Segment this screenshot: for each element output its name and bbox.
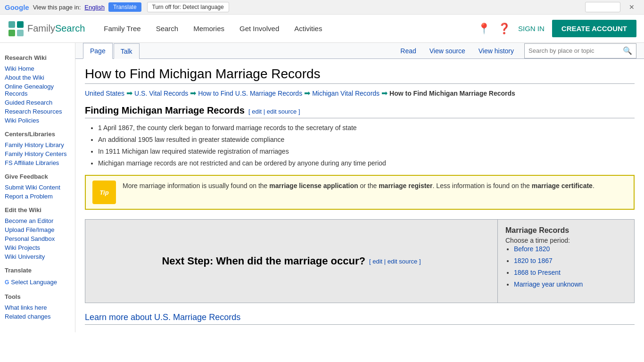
period-item-unknown: Marriage year unknown bbox=[514, 280, 627, 289]
breadcrumb-us-vital-records[interactable]: U.S. Vital Records bbox=[134, 90, 188, 97]
search-button[interactable]: 🔍 bbox=[619, 44, 636, 58]
sidebar-section-translate: Translate bbox=[5, 267, 70, 274]
main-content: Page Talk Read View source View history … bbox=[75, 43, 644, 332]
svg-rect-2 bbox=[8, 30, 15, 36]
bullet-item-3: In 1911 Michigan law required statewide … bbox=[98, 147, 635, 156]
logo-area: FamilySearch bbox=[8, 20, 85, 37]
next-step-edit-links: [ edit | edit source ] bbox=[369, 258, 421, 265]
sidebar-item-wiki-home[interactable]: Wiki Home bbox=[5, 64, 70, 73]
logo-text: FamilySearch bbox=[27, 23, 85, 34]
search-input[interactable] bbox=[525, 45, 619, 57]
breadcrumb-current: How to Find Michigan Marriage Records bbox=[389, 90, 515, 97]
choose-period: Choose a time period: bbox=[505, 237, 627, 244]
marriage-records-title: Marriage Records bbox=[505, 226, 627, 235]
translate-widget: G Select Language bbox=[5, 277, 70, 288]
breadcrumb: United States ➡ U.S. Vital Records ➡ How… bbox=[85, 89, 635, 98]
sidebar-item-wiki-university[interactable]: Wiki University bbox=[5, 252, 70, 261]
sidebar-section-research-wiki: Research Wiki bbox=[5, 54, 70, 61]
sidebar-item-submit-wiki[interactable]: Submit Wiki Content bbox=[5, 183, 70, 192]
sidebar-item-report-problem[interactable]: Report a Problem bbox=[5, 192, 70, 201]
tip-text-middle: or the bbox=[358, 182, 379, 189]
sidebar-item-about-wiki[interactable]: About the Wiki bbox=[5, 73, 70, 82]
search-box: 🔍 bbox=[524, 43, 636, 58]
learn-more-link[interactable]: Learn more about U.S. Marriage Records bbox=[85, 313, 635, 322]
sidebar-item-personal-sandbox[interactable]: Personal Sandbox bbox=[5, 234, 70, 243]
next-step-container: Next Step: When did the marriage occur? … bbox=[85, 219, 635, 303]
tab-talk[interactable]: Talk bbox=[114, 43, 140, 59]
help-icon[interactable]: ❓ bbox=[498, 23, 511, 35]
section1-edit-links: [ edit | edit source ] bbox=[248, 108, 300, 115]
google-logo: Google bbox=[5, 3, 29, 11]
sidebar-item-fs-affiliate[interactable]: FS Affiliate Libraries bbox=[5, 158, 70, 167]
period-link-1820-1867[interactable]: 1820 to 1867 bbox=[514, 257, 553, 264]
tab-read[interactable]: Read bbox=[394, 43, 422, 58]
turnoff-button[interactable]: Turn off for: Detect language bbox=[147, 2, 229, 12]
bullet-item-1: 1 April 1867, the county clerk began to … bbox=[98, 123, 635, 133]
sidebar-item-guided-research[interactable]: Guided Research bbox=[5, 98, 70, 107]
section1-heading: Finding Michigan Marriage Records [ edit… bbox=[85, 105, 635, 118]
svg-rect-3 bbox=[17, 30, 24, 36]
tip-bold-certificate: marriage certificate bbox=[532, 182, 593, 189]
sidebar-item-upload-file[interactable]: Upload File/Image bbox=[5, 225, 70, 234]
breadcrumb-united-states[interactable]: United States bbox=[85, 90, 124, 97]
next-step-edit-source-link[interactable]: edit source bbox=[388, 258, 418, 265]
tip-bold-license: marriage license application bbox=[269, 182, 358, 189]
next-step-edit-link[interactable]: edit bbox=[372, 258, 382, 265]
nav-search[interactable]: Search bbox=[149, 15, 186, 42]
tip-bold-register: marriage register bbox=[379, 182, 432, 189]
next-step-right: Marriage Records Choose a time period: B… bbox=[497, 220, 634, 303]
period-link-unknown[interactable]: Marriage year unknown bbox=[514, 280, 583, 288]
main-nav: FamilySearch Family Tree Search Memories… bbox=[0, 15, 644, 43]
article-title: How to Find Michigan Marriage Records bbox=[85, 66, 635, 84]
sidebar-section-feedback: Give Feedback bbox=[5, 173, 70, 180]
sidebar-item-related-changes[interactable]: Related changes bbox=[5, 312, 70, 321]
breadcrumb-arrow-2: ➡ bbox=[190, 89, 196, 98]
tab-view-history[interactable]: View history bbox=[472, 43, 520, 58]
nav-family-tree[interactable]: Family Tree bbox=[96, 15, 148, 42]
tab-actions: Read View source View history 🔍 bbox=[394, 43, 636, 58]
content-wrapper: Research Wiki Wiki Home About the Wiki O… bbox=[0, 43, 644, 332]
sidebar-item-online-genealogy[interactable]: Online Genealogy Records bbox=[5, 82, 70, 98]
language-link[interactable]: English bbox=[84, 4, 105, 11]
learn-more-divider bbox=[85, 324, 635, 325]
bullet-item-2: An additional 1905 law resulted in great… bbox=[98, 135, 635, 145]
svg-rect-1 bbox=[17, 21, 24, 28]
nav-get-involved[interactable]: Get Involved bbox=[232, 15, 287, 42]
sidebar-item-wiki-policies[interactable]: Wiki Policies bbox=[5, 116, 70, 125]
tip-text-before: More marriage information is usually fou… bbox=[123, 182, 269, 189]
tip-icon: Tip bbox=[92, 181, 116, 204]
page-tabs: Page Talk Read View source View history … bbox=[75, 43, 644, 59]
sign-in-button[interactable]: SIGN IN bbox=[518, 25, 545, 33]
nav-links: Family Tree Search Memories Get Involved… bbox=[96, 15, 330, 42]
sidebar-section-tools: Tools bbox=[5, 293, 70, 300]
translate-bar: Google View this page in: English Transl… bbox=[0, 0, 644, 15]
sidebar-item-what-links-here[interactable]: What links here bbox=[5, 303, 70, 312]
breadcrumb-arrow-3: ➡ bbox=[304, 89, 310, 98]
section1-edit-source-link[interactable]: edit source bbox=[267, 108, 297, 115]
period-link-before-1820[interactable]: Before 1820 bbox=[514, 245, 550, 253]
create-account-button[interactable]: CREATE ACCOUNT bbox=[552, 20, 636, 37]
period-link-1868-present[interactable]: 1868 to Present bbox=[514, 269, 561, 276]
nav-activities[interactable]: Activities bbox=[287, 15, 330, 42]
next-step-label: Next Step: When did the marriage occur? bbox=[162, 255, 365, 267]
sidebar-item-research-resources[interactable]: Research Resources bbox=[5, 107, 70, 116]
sidebar-item-become-editor[interactable]: Become an Editor bbox=[5, 216, 70, 225]
translate-label: View this page in: bbox=[33, 4, 81, 11]
close-button[interactable]: ✕ bbox=[624, 2, 639, 12]
sidebar-section-edit-wiki: Edit the Wiki bbox=[5, 206, 70, 214]
svg-rect-0 bbox=[8, 21, 15, 28]
location-icon[interactable]: 📍 bbox=[478, 23, 490, 35]
options-button[interactable]: Options ▼ bbox=[585, 2, 620, 12]
sidebar-item-family-history-library[interactable]: Family History Library bbox=[5, 140, 70, 149]
google-translate-logo: G bbox=[5, 279, 9, 286]
breadcrumb-us-marriage-records[interactable]: How to Find U.S. Marriage Records bbox=[198, 90, 302, 97]
sidebar-item-wiki-projects[interactable]: Wiki Projects bbox=[5, 243, 70, 252]
sidebar-item-family-history-centers[interactable]: Family History Centers bbox=[5, 149, 70, 158]
tab-page[interactable]: Page bbox=[83, 43, 113, 59]
section1-edit-link[interactable]: edit bbox=[252, 108, 262, 115]
select-language-link[interactable]: Select Language bbox=[11, 278, 57, 287]
tab-view-source[interactable]: View source bbox=[423, 43, 472, 58]
translate-button[interactable]: Translate bbox=[108, 2, 141, 12]
breadcrumb-michigan-vital-records[interactable]: Michigan Vital Records bbox=[312, 90, 380, 97]
nav-memories[interactable]: Memories bbox=[186, 15, 232, 42]
